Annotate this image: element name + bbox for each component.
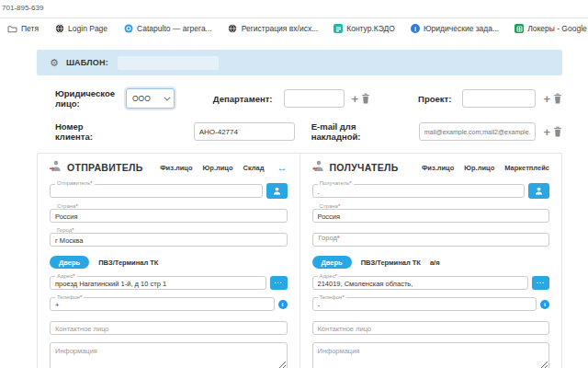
chevron-down-icon [164,94,170,100]
delete-email-icon[interactable] [553,126,562,137]
department-input[interactable] [284,89,345,108]
sender-country-input[interactable] [50,209,288,223]
sender-address-more-button[interactable]: ... [270,276,288,290]
receiver-phone-field: Телефон* i [312,297,550,311]
project-input[interactable] [462,89,536,108]
sender-address-label: Адрес* [55,273,77,279]
sender-tab-company[interactable]: Юр.лицо [203,164,233,172]
receiver-type-tabs: Физ.лицо Юр.лицо Маркетплейс [422,164,549,172]
bookmark-catapulto[interactable]: Catapulto — агрега... [123,24,212,34]
sender-tab-terminal[interactable]: ПВЗ/Терминал ТК [98,259,158,267]
department-label: Департамент: [213,94,273,104]
add-email-icon[interactable]: + [543,126,550,138]
sender-info-textarea[interactable] [50,342,288,368]
bookmark-kontur-kedo[interactable]: Контур.КЭДО [334,24,395,33]
receiver-delivery-tabs: Дверь ПВЗ/Терминал ТК а/я [312,256,550,269]
sender-tab-individual[interactable]: Физ.лицо [160,164,192,172]
browser-tab-strip: 701-895-639 [0,0,588,18]
legal-entity-label: Юридическое лицо: [55,88,115,109]
kontur-icon [334,24,343,33]
bookmark-lockers-sheet[interactable]: Локеры - Google T... [514,24,588,33]
receiver-title: ПОЛУЧАТЕЛЬ [330,162,399,173]
entity-row: Юридическое лицо: ООО Департамент: + Про… [37,88,562,109]
order-form: ⚙ ШАБЛОН: Юридическое лицо: ООО Департам… [37,50,562,368]
template-bar: ⚙ ШАБЛОН: [37,50,562,75]
receiver-person-icon [312,159,324,176]
person-icon [273,187,281,195]
email-input[interactable] [419,122,537,141]
gear-icon[interactable]: ⚙ [50,57,59,69]
receiver-contact-input[interactable] [312,321,550,335]
globe-icon [54,24,64,34]
address-panels: ОТПРАВИТЕЛЬ Физ.лицо Юр.лицо Склад ↔ Отп… [37,153,562,368]
catapulto-icon [123,24,133,34]
info-icon: i [411,24,420,33]
sender-country-label: Страна* [55,203,80,209]
receiver-contact-field [312,318,550,335]
sheets-icon [514,24,524,33]
client-row: Номер клиента: E-mail для накладной: + [37,121,562,142]
legal-entity-select[interactable]: ООО [126,88,175,109]
sender-country-field: Страна* [50,206,288,223]
receiver-country-input[interactable] [312,209,550,223]
receiver-address-input[interactable] [312,276,529,290]
sender-info-field [50,342,288,368]
receiver-city-input[interactable] [312,233,550,247]
receiver-tab-company[interactable]: Юр.лицо [464,164,494,172]
sender-city-label: Город* [55,227,76,233]
receiver-name-input[interactable] [312,184,526,198]
receiver-name-label: Получатель* [318,180,354,186]
template-input[interactable] [118,56,219,70]
receiver-address-more-button[interactable]: ... [532,276,549,290]
delete-department-icon[interactable] [361,93,370,104]
swap-sender-receiver-icon[interactable]: ↔ [277,162,288,173]
tab-title[interactable]: 701-895-639 [2,4,43,12]
receiver-tab-marketplace[interactable]: Маркетплейс [504,164,549,172]
receiver-name-field: Получатель* [312,183,550,199]
receiver-country-label: Страна* [318,203,343,209]
receiver-info-field [312,342,550,368]
receiver-tab-terminal[interactable]: ПВЗ/Терминал ТК [361,259,421,267]
sender-delivery-tabs: Дверь ПВЗ/Терминал ТК [50,256,288,269]
add-project-icon[interactable]: + [543,93,550,105]
sender-title: ОТПРАВИТЕЛЬ [67,162,143,173]
sender-contacts-book-button[interactable] [266,183,288,199]
bookmark-login-page[interactable]: Login Page [54,24,107,34]
receiver-header: ПОЛУЧАТЕЛЬ Физ.лицо Юр.лицо Маркетплейс [312,159,550,176]
receiver-info-textarea[interactable] [312,342,550,368]
sender-city-input[interactable] [50,233,288,247]
receiver-panel: ПОЛУЧАТЕЛЬ Физ.лицо Юр.лицо Маркетплейс … [300,154,562,368]
sender-tab-warehouse[interactable]: Склад [243,164,265,172]
receiver-contacts-book-button[interactable] [528,183,549,199]
receiver-phone-info-icon[interactable]: i [540,300,549,309]
bookmark-registration[interactable]: Регистрация вх/исх... [228,24,319,34]
person-icon [535,187,543,195]
email-label: E-mail для накладной: [311,121,406,142]
bookmark-petya[interactable]: Петя [7,24,39,34]
bookmarks-bar: Петя Login Page Catapulto — агрега... Ре… [0,18,588,39]
sender-name-input[interactable] [50,184,263,198]
template-label: ШАБЛОН: [66,58,108,67]
delete-project-icon[interactable] [553,93,562,104]
client-number-input[interactable] [194,122,295,141]
receiver-phone-label: Телефон* [318,294,346,300]
sender-panel: ОТПРАВИТЕЛЬ Физ.лицо Юр.лицо Склад ↔ Отп… [38,154,300,368]
sender-name-label: Отправитель* [55,180,95,186]
receiver-address-label: Адрес* [318,273,340,279]
receiver-tab-individual[interactable]: Физ.лицо [422,164,454,172]
bookmark-legal-tasks[interactable]: i Юридические зада... [411,24,499,33]
sender-phone-info-icon[interactable]: i [278,300,288,309]
globe-icon [228,24,238,34]
project-label: Проект: [418,94,451,104]
sender-name-field: Отправитель* [50,183,288,199]
receiver-tab-door[interactable]: Дверь [312,256,352,269]
sender-address-input[interactable] [50,276,266,290]
client-number-label: Номер клиента: [55,121,122,142]
sender-tab-door[interactable]: Дверь [50,256,89,269]
sender-contact-input[interactable] [50,321,288,335]
sender-type-tabs: Физ.лицо Юр.лицо Склад [160,164,264,172]
sender-city-field: Город* [50,230,288,247]
receiver-tab-pobox[interactable]: а/я [430,259,440,267]
receiver-country-field: Страна* [312,206,550,223]
add-department-icon[interactable]: + [352,93,359,105]
